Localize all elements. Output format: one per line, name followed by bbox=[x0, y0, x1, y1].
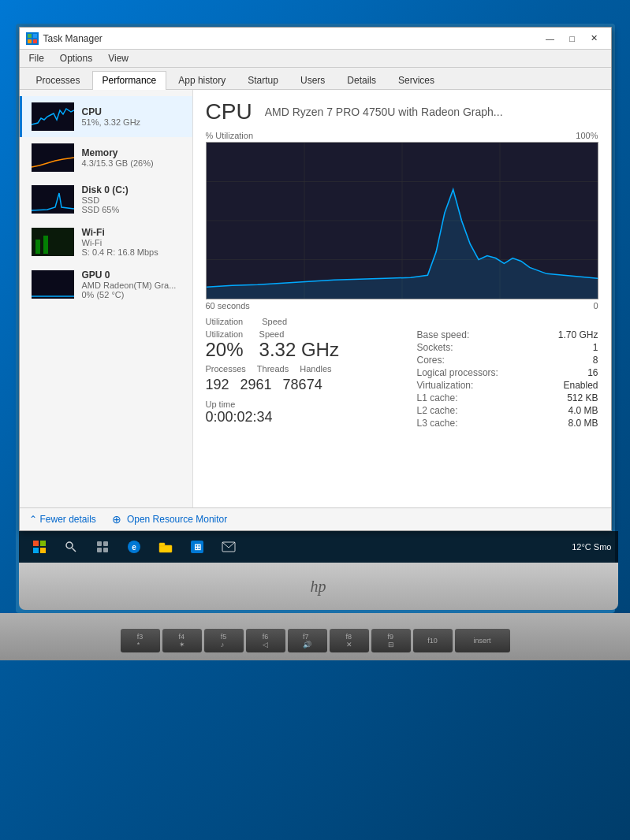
fewer-details-label: Fewer details bbox=[40, 514, 96, 525]
sidebar-item-cpu[interactable]: CPU 51%, 3.32 GHz bbox=[20, 96, 192, 137]
key-f9[interactable]: f9⊟ bbox=[371, 629, 411, 652]
svg-rect-10 bbox=[32, 270, 74, 299]
close-button[interactable]: ✕ bbox=[584, 31, 605, 46]
panel-title: CPU bbox=[206, 99, 252, 125]
handles-value: 78674 bbox=[283, 377, 322, 393]
open-resource-monitor-link[interactable]: ⊕ Open Resource Monitor bbox=[112, 513, 227, 526]
tab-details[interactable]: Details bbox=[337, 71, 386, 89]
taskbar-start[interactable] bbox=[25, 533, 54, 561]
utilization-value: 20% bbox=[206, 339, 244, 361]
app-icon bbox=[26, 32, 39, 45]
sidebar-disk-info: Disk 0 (C:) SSDSSD 65% bbox=[82, 184, 183, 214]
graph-container: % Utilization 100% bbox=[206, 131, 598, 310]
sidebar-disk-label: Disk 0 (C:) bbox=[82, 184, 183, 195]
svg-rect-20 bbox=[33, 548, 39, 553]
svg-rect-6 bbox=[32, 185, 74, 214]
menu-file[interactable]: File bbox=[26, 51, 47, 65]
cores-label: Cores: bbox=[417, 355, 445, 366]
l1-value: 512 KB bbox=[567, 392, 598, 403]
tab-services[interactable]: Services bbox=[388, 71, 445, 89]
svg-rect-9 bbox=[43, 236, 48, 254]
svg-rect-18 bbox=[33, 541, 39, 546]
minimize-button[interactable]: — bbox=[540, 31, 561, 46]
svg-rect-2 bbox=[28, 39, 32, 43]
memory-thumbnail bbox=[32, 143, 74, 172]
menu-options[interactable]: Options bbox=[57, 51, 95, 65]
sidebar-item-memory[interactable]: Memory 4.3/15.3 GB (26%) bbox=[20, 137, 192, 178]
taskbar-explorer[interactable] bbox=[151, 533, 180, 561]
logical-value: 16 bbox=[587, 367, 598, 378]
chevron-up-icon bbox=[29, 514, 37, 525]
speed-label: Speed bbox=[262, 317, 287, 326]
speed-label2: Speed bbox=[259, 329, 339, 339]
svg-rect-31 bbox=[159, 543, 165, 546]
sidebar-gpu-label: GPU 0 bbox=[82, 269, 183, 281]
graph-labels: % Utilization 100% bbox=[206, 131, 598, 140]
menu-view[interactable]: View bbox=[105, 51, 132, 65]
handles-label: Handles bbox=[300, 364, 331, 374]
util-label2: Utilization bbox=[206, 329, 244, 339]
l3-label: L3 cache: bbox=[417, 418, 458, 429]
sidebar-item-gpu[interactable]: GPU 0 AMD Radeon(TM) Gra...0% (52 °C) bbox=[20, 263, 192, 306]
sidebar-wifi-sublabel: Wi-FiS: 0.4 R: 16.8 Mbps bbox=[82, 238, 183, 257]
time-right: 0 bbox=[593, 301, 598, 310]
taskbar: e ⊞ 12°C Smo bbox=[19, 531, 618, 563]
window-title: Task Manager bbox=[43, 33, 540, 44]
key-f8[interactable]: f8✕ bbox=[330, 629, 369, 652]
svg-line-23 bbox=[72, 548, 76, 552]
info-l1: L1 cache: 512 KB bbox=[417, 392, 598, 403]
maximize-button[interactable]: □ bbox=[562, 31, 583, 46]
svg-rect-19 bbox=[40, 541, 46, 546]
uptime-value: 0:00:02:34 bbox=[206, 409, 417, 426]
key-f5[interactable]: f5♪ bbox=[204, 629, 244, 652]
key-f3[interactable]: f3* bbox=[121, 629, 160, 652]
taskbar-store[interactable]: ⊞ bbox=[183, 533, 211, 561]
hp-logo: hp bbox=[311, 578, 326, 596]
right-side-info: Base speed: 1.70 GHz Sockets: 1 Cores: 8 bbox=[417, 329, 598, 430]
info-cores: Cores: 8 bbox=[417, 355, 598, 366]
tab-performance[interactable]: Performance bbox=[92, 71, 167, 90]
taskbar-mail[interactable] bbox=[214, 533, 243, 561]
fewer-details-link[interactable]: Fewer details bbox=[29, 514, 96, 525]
info-l2: L2 cache: 4.0 MB bbox=[417, 405, 598, 416]
svg-rect-27 bbox=[103, 548, 108, 552]
tab-users[interactable]: Users bbox=[290, 71, 335, 89]
taskbar-search[interactable] bbox=[57, 533, 85, 561]
laptop-bottom-bezel: hp bbox=[19, 563, 618, 610]
sidebar-memory-label: Memory bbox=[82, 147, 183, 158]
sidebar-memory-info: Memory 4.3/15.3 GB (26%) bbox=[82, 147, 183, 168]
threads-label: Threads bbox=[257, 364, 289, 374]
key-f4[interactable]: f4✶ bbox=[162, 629, 202, 652]
tab-app-history[interactable]: App history bbox=[168, 71, 236, 89]
key-f10[interactable]: f10 bbox=[413, 629, 453, 652]
disk-thumbnail bbox=[32, 185, 74, 214]
main-content: CPU 51%, 3.32 GHz Memory 4.3/15.3 GB bbox=[20, 90, 611, 507]
tab-bar: Processes Performance App history Startu… bbox=[20, 68, 611, 90]
tab-startup[interactable]: Startup bbox=[237, 71, 289, 89]
y-axis-max: 100% bbox=[576, 131, 598, 140]
svg-rect-24 bbox=[97, 541, 102, 546]
svg-rect-21 bbox=[40, 548, 46, 553]
svg-text:⊞: ⊞ bbox=[193, 542, 200, 552]
taskbar-task-view[interactable] bbox=[88, 533, 117, 561]
key-insert[interactable]: insert bbox=[455, 629, 510, 652]
sidebar-gpu-info: GPU 0 AMD Radeon(TM) Gra...0% (52 °C) bbox=[82, 269, 183, 299]
right-panel: CPU AMD Ryzen 7 PRO 4750U with Radeon Gr… bbox=[193, 90, 611, 507]
key-f6[interactable]: f6◁ bbox=[246, 629, 285, 652]
tab-processes[interactable]: Processes bbox=[26, 71, 91, 89]
footer-bar: Fewer details ⊕ Open Resource Monitor bbox=[20, 507, 611, 530]
logical-label: Logical processors: bbox=[417, 367, 498, 378]
sidebar-item-disk[interactable]: Disk 0 (C:) SSDSSD 65% bbox=[20, 178, 192, 221]
info-logical: Logical processors: 16 bbox=[417, 367, 598, 378]
sidebar-cpu-label: CPU bbox=[82, 106, 183, 117]
l1-label: L1 cache: bbox=[417, 392, 458, 403]
svg-point-22 bbox=[66, 542, 73, 548]
cpu-name: AMD Ryzen 7 PRO 4750U with Radeon Graph.… bbox=[265, 106, 503, 118]
l2-label: L2 cache: bbox=[417, 405, 458, 416]
svg-rect-8 bbox=[35, 240, 40, 254]
key-f7[interactable]: f7🔊 bbox=[288, 629, 327, 652]
panel-header: CPU AMD Ryzen 7 PRO 4750U with Radeon Gr… bbox=[206, 99, 598, 125]
svg-text:e: e bbox=[132, 543, 136, 552]
taskbar-edge[interactable]: e bbox=[120, 533, 148, 561]
sidebar-item-wifi[interactable]: Wi-Fi Wi-FiS: 0.4 R: 16.8 Mbps bbox=[20, 221, 192, 263]
